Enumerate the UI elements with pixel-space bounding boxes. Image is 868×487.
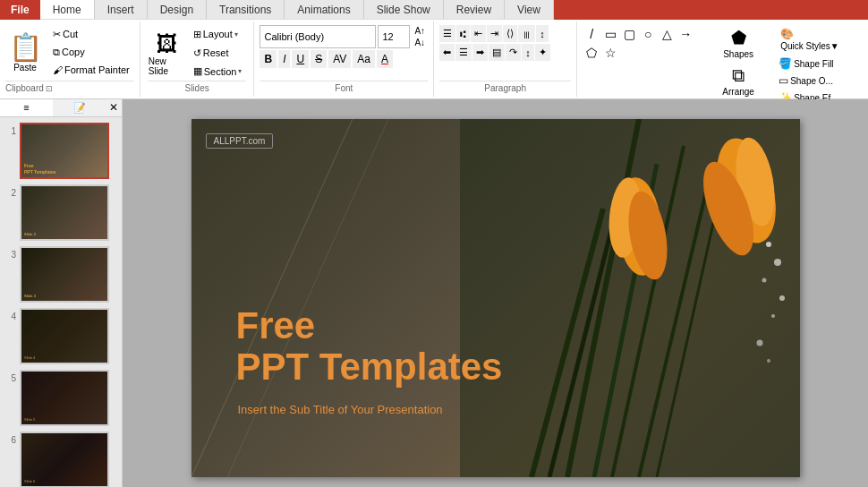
- slide-preview-3: Slide 3: [24, 294, 36, 298]
- slide-thumb-5[interactable]: 5 Slide 5: [4, 370, 118, 426]
- arrange-button[interactable]: ⧉ Arrange: [702, 64, 774, 98]
- char-spacing-button[interactable]: AV: [328, 50, 351, 68]
- shapes-label: Shapes: [723, 49, 753, 59]
- outline-tab[interactable]: 📝: [53, 99, 106, 116]
- slide-image-5[interactable]: Slide 5: [20, 370, 109, 426]
- bold-button[interactable]: B: [260, 50, 277, 68]
- font-row2: B I U S AV Aa A: [260, 50, 428, 68]
- slide-canvas[interactable]: ALLPPT.com Free PPT Templates Insert the…: [191, 119, 800, 477]
- italic-button[interactable]: I: [278, 50, 290, 68]
- slide-image-4[interactable]: Slide 4: [20, 308, 109, 364]
- tab-insert[interactable]: Insert: [95, 0, 148, 19]
- shapes-button[interactable]: ⬟ Shapes: [702, 25, 774, 61]
- canvas-area[interactable]: ALLPPT.com Free PPT Templates Insert the…: [123, 99, 868, 487]
- slide-num-3: 3: [4, 250, 16, 260]
- font-color-button[interactable]: A: [377, 50, 393, 68]
- tab-slideshow[interactable]: Slide Show: [364, 0, 444, 19]
- align-left-button[interactable]: ⬅: [439, 44, 455, 61]
- decrease-indent-button[interactable]: ⇤: [471, 25, 486, 42]
- shape-rounded-rect[interactable]: ▢: [620, 25, 638, 43]
- slide-image-1[interactable]: FreePPT Templates: [20, 123, 109, 179]
- tab-view[interactable]: View: [505, 0, 554, 19]
- slide-thumb-2[interactable]: 2 Slide 2: [4, 184, 118, 241]
- font-name-selector[interactable]: Calibri (Body): [260, 25, 376, 48]
- slide-thumb-6[interactable]: 6 Slide 6: [4, 431, 118, 487]
- file-tab[interactable]: File: [0, 0, 40, 20]
- layout-icon: ⊞: [193, 29, 201, 40]
- quick-styles-button[interactable]: 🎨 Quick Styles▼: [778, 25, 858, 54]
- font-size-input[interactable]: 12: [378, 25, 410, 48]
- underline-button[interactable]: U: [292, 50, 309, 68]
- change-case-button[interactable]: Aa: [353, 50, 375, 68]
- columns-button[interactable]: ⫼: [518, 25, 535, 42]
- paragraph-group: ☰ ⑆ ⇤ ⇥ ⟨⟩ ⫼ ↕ ⬅ ☰ ➡ ▤ ↷ ↕ ✦ Paragraph: [434, 21, 577, 97]
- clipboard-top: 📋 Paste ✂ Cut ⧉ Copy 🖌 Format Painter: [5, 25, 134, 79]
- font-group: Calibri (Body) 12 A↑ A↓ B I U S AV Aa A …: [254, 21, 434, 97]
- svg-point-22: [767, 359, 770, 363]
- slide-thumb-1[interactable]: 1 FreePPT Templates: [4, 123, 118, 179]
- reset-button[interactable]: ↺ Reset: [189, 45, 247, 62]
- slide-thumb-3[interactable]: 3 Slide 3: [4, 246, 118, 303]
- font-size-decrease-button[interactable]: A↓: [412, 37, 428, 48]
- slide-num-2: 2: [4, 188, 16, 198]
- paste-button[interactable]: 📋 Paste: [5, 25, 45, 79]
- slide-preview-2: Slide 2: [24, 232, 36, 236]
- shape-arrow[interactable]: →: [677, 25, 694, 43]
- format-painter-button[interactable]: 🖌 Format Painter: [48, 63, 134, 77]
- layout-label: Layout: [203, 29, 233, 39]
- shape-outline-button[interactable]: ▭ Shape O...: [778, 73, 858, 88]
- slide-preview-4: Slide 4: [24, 355, 35, 360]
- svg-point-16: [766, 242, 771, 247]
- slide-image-6[interactable]: Slide 6: [20, 431, 109, 487]
- tab-transitions[interactable]: Transitions: [207, 0, 285, 19]
- slide-image-2[interactable]: Slide 2: [20, 184, 109, 241]
- font-size-increase-button[interactable]: A↑: [412, 25, 428, 37]
- slide-panel-scroll[interactable]: 1 FreePPT Templates 2 Slide 2 3 Slide 3: [0, 117, 122, 487]
- slide-image-3[interactable]: Slide 3: [20, 246, 109, 303]
- shape-oval[interactable]: ○: [639, 25, 657, 43]
- shape-star[interactable]: ☆: [601, 44, 619, 62]
- new-slide-button[interactable]: 🖼 New Slide: [148, 25, 187, 79]
- align-right-button[interactable]: ➡: [472, 44, 488, 61]
- strikethrough-button[interactable]: S: [311, 50, 327, 68]
- cut-button[interactable]: ✂ Cut: [48, 27, 134, 42]
- align-text-button[interactable]: ↕: [522, 44, 534, 61]
- bullets-button[interactable]: ☰: [439, 25, 455, 42]
- shape-fill-button[interactable]: 🪣 Shape Fill: [778, 56, 858, 71]
- slide-subtitle[interactable]: Insert the Sub Title of Your Presentatio…: [238, 403, 443, 416]
- tab-home[interactable]: Home: [40, 0, 95, 19]
- shape-triangle[interactable]: △: [658, 25, 676, 43]
- align-center-button[interactable]: ☰: [455, 44, 472, 61]
- slide-thumb-4[interactable]: 4 Slide 4: [4, 308, 118, 364]
- clipboard-expand-icon[interactable]: ⊡: [46, 84, 53, 93]
- section-button[interactable]: ▦ Section ▾: [189, 63, 247, 80]
- clipboard-label: Clipboard ⊡: [5, 81, 134, 93]
- tab-animations[interactable]: Animations: [285, 0, 363, 19]
- shapes-area: / ▭ ▢ ○ △ → ⬠ ☆: [583, 25, 699, 105]
- smart-art-button[interactable]: ⟨⟩: [503, 25, 517, 42]
- convert-smartart-button[interactable]: ✦: [535, 44, 550, 61]
- format-painter-label: Format Painter: [64, 64, 130, 75]
- slides-right: ⊞ Layout ▾ ↺ Reset ▦ Section ▾: [189, 25, 247, 81]
- justify-button[interactable]: ▤: [489, 44, 505, 61]
- tab-design[interactable]: Design: [148, 0, 207, 19]
- para-row1: ☰ ⑆ ⇤ ⇥ ⟨⟩ ⫼ ↕: [439, 25, 571, 42]
- svg-point-21: [756, 340, 762, 346]
- shape-pentagon[interactable]: ⬠: [583, 44, 600, 62]
- copy-button[interactable]: ⧉ Copy: [48, 45, 134, 60]
- shape-outline-label: Shape O...: [790, 76, 833, 86]
- shape-rect[interactable]: ▭: [601, 25, 619, 43]
- slide-title[interactable]: Free PPT Templates: [236, 305, 503, 388]
- line-spacing-button[interactable]: ↕: [536, 25, 549, 42]
- text-direction-button[interactable]: ↷: [506, 44, 521, 61]
- arrange-label: Arrange: [722, 87, 754, 97]
- layout-button[interactable]: ⊞ Layout ▾: [189, 26, 247, 43]
- shapes-grid: / ▭ ▢ ○ △ → ⬠ ☆: [583, 25, 699, 62]
- close-panel-button[interactable]: ✕: [106, 99, 122, 116]
- clipboard-right: ✂ Cut ⧉ Copy 🖌 Format Painter: [48, 25, 134, 79]
- shape-line[interactable]: /: [583, 25, 600, 43]
- numbering-button[interactable]: ⑆: [456, 25, 470, 42]
- slides-tab[interactable]: ≡: [0, 99, 53, 116]
- tab-review[interactable]: Review: [444, 0, 505, 19]
- increase-indent-button[interactable]: ⇥: [487, 25, 502, 42]
